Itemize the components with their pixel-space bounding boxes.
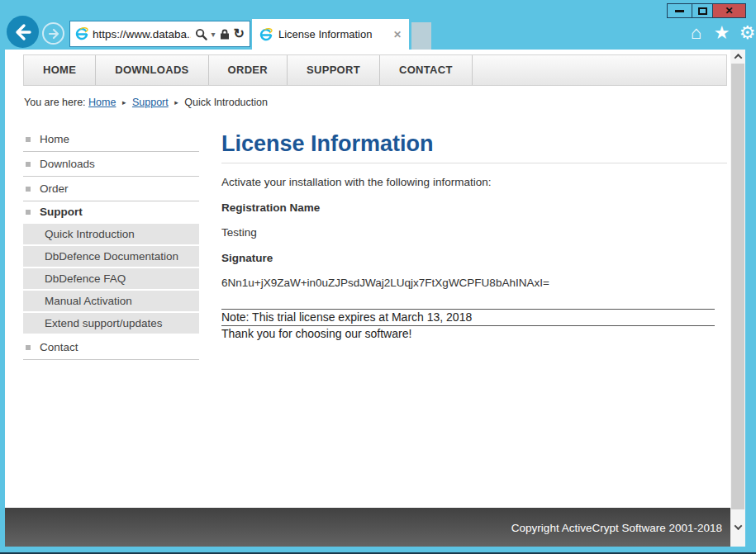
tab-ie-icon xyxy=(259,28,273,41)
breadcrumb-arrow-icon: ▸ xyxy=(119,98,130,107)
tab-close-icon[interactable]: ✕ xyxy=(393,29,402,40)
signature-value: 6Nn1u+jX9ZaW+in0uZJPsdJWaj2LUqjx7FtXgWCP… xyxy=(221,277,727,289)
maximize-button[interactable] xyxy=(692,3,713,18)
browser-tab[interactable]: License Information ✕ xyxy=(252,19,409,50)
favorites-star-icon[interactable]: ★ xyxy=(711,21,732,45)
close-window-button[interactable]: ✕ xyxy=(712,3,746,18)
breadcrumb-prefix: You are here: xyxy=(24,97,86,108)
square-bullet-icon xyxy=(26,137,31,142)
browser-window: ✕ https://www.databa... ▾ ↻ xyxy=(0,0,756,554)
forward-arrow-icon xyxy=(47,27,60,40)
sidebar-item-dbdefence-documentation[interactable]: DbDefence Documentation xyxy=(23,246,199,267)
minimize-icon xyxy=(675,10,684,12)
tab-title: License Information xyxy=(278,28,388,40)
address-bar[interactable]: https://www.databa... ▾ ↻ xyxy=(69,21,250,47)
page-footer: Copyright ActiveCrypt Software 2001-2018 xyxy=(5,508,730,547)
window-controls: ✕ xyxy=(667,3,746,18)
chevron-down-icon[interactable]: ▾ xyxy=(212,30,216,39)
back-arrow-icon xyxy=(12,21,34,43)
sidebar-item-downloads[interactable]: Downloads xyxy=(23,152,199,177)
lock-icon xyxy=(220,29,230,40)
breadcrumb: You are here: Home ▸ Support ▸ Quick Int… xyxy=(24,97,268,108)
page-title: License Information xyxy=(221,131,727,157)
registration-name-label: Registration Name xyxy=(221,201,727,214)
square-bullet-icon xyxy=(26,162,31,167)
nav-item-contact[interactable]: CONTACT xyxy=(380,55,473,85)
license-note: Note: This trial license expires at Marc… xyxy=(221,309,715,326)
nav-item-order[interactable]: ORDER xyxy=(209,55,288,85)
scroll-up-button[interactable] xyxy=(730,50,745,64)
home-icon[interactable]: ⌂ xyxy=(686,21,706,45)
url-text[interactable]: https://www.databa... xyxy=(93,28,191,40)
chevron-down-icon xyxy=(734,522,742,530)
sidebar: Home Downloads Order Support Quick Intro… xyxy=(23,127,199,360)
chevron-up-icon xyxy=(734,54,742,62)
ie-icon xyxy=(75,27,88,40)
registration-name-value: Testing xyxy=(221,226,727,239)
page-content: HOME DOWNLOADS ORDER SUPPORT CONTACT You… xyxy=(5,50,730,547)
thanks-text: Thank you for choosing our software! xyxy=(221,327,727,340)
signature-label: Signature xyxy=(221,252,727,264)
settings-gear-icon[interactable]: ⚙ xyxy=(737,21,756,45)
main-content: License Information Activate your instal… xyxy=(221,127,727,340)
sidebar-item-dbdefence-faq[interactable]: DbDefence FAQ xyxy=(23,268,199,289)
back-button[interactable] xyxy=(7,16,39,48)
breadcrumb-current: Quick Introduction xyxy=(184,97,268,108)
sidebar-item-home[interactable]: Home xyxy=(23,127,199,152)
breadcrumb-link-home[interactable]: Home xyxy=(88,97,116,108)
square-bullet-icon xyxy=(26,345,31,350)
title-divider xyxy=(221,163,727,163)
scroll-down-button[interactable] xyxy=(730,520,745,534)
square-bullet-icon xyxy=(26,210,31,215)
sidebar-item-support[interactable]: Support xyxy=(23,201,199,224)
sidebar-item-quick-introduction[interactable]: Quick Introduction xyxy=(23,224,199,244)
new-tab-button[interactable] xyxy=(411,22,431,50)
maximize-icon xyxy=(698,7,707,15)
nav-item-support[interactable]: SUPPORT xyxy=(288,55,380,85)
search-icon[interactable] xyxy=(195,28,207,40)
nav-item-home[interactable]: HOME xyxy=(24,55,96,85)
vertical-scrollbar[interactable] xyxy=(730,50,745,547)
intro-text: Activate your installation with the foll… xyxy=(221,176,727,188)
minimize-button[interactable] xyxy=(667,3,692,18)
sidebar-item-extend-support[interactable]: Extend support/updates xyxy=(23,313,199,334)
breadcrumb-arrow-icon: ▸ xyxy=(171,98,182,107)
sidebar-item-manual-activation[interactable]: Manual Activation xyxy=(23,291,199,311)
sidebar-item-order[interactable]: Order xyxy=(23,177,199,201)
browser-chrome: https://www.databa... ▾ ↻ License Inform… xyxy=(0,18,756,50)
forward-button[interactable] xyxy=(42,22,64,45)
square-bullet-icon xyxy=(26,187,31,192)
chrome-toolbar-icons: ⌂ ★ ⚙ xyxy=(686,21,756,45)
refresh-icon[interactable]: ↻ xyxy=(234,27,245,40)
nav-item-downloads[interactable]: DOWNLOADS xyxy=(96,55,208,85)
close-icon: ✕ xyxy=(725,6,733,16)
breadcrumb-link-support[interactable]: Support xyxy=(132,97,169,108)
scrollbar-thumb[interactable] xyxy=(731,64,744,509)
sidebar-item-contact[interactable]: Contact xyxy=(23,335,199,360)
site-nav: HOME DOWNLOADS ORDER SUPPORT CONTACT xyxy=(23,54,727,86)
